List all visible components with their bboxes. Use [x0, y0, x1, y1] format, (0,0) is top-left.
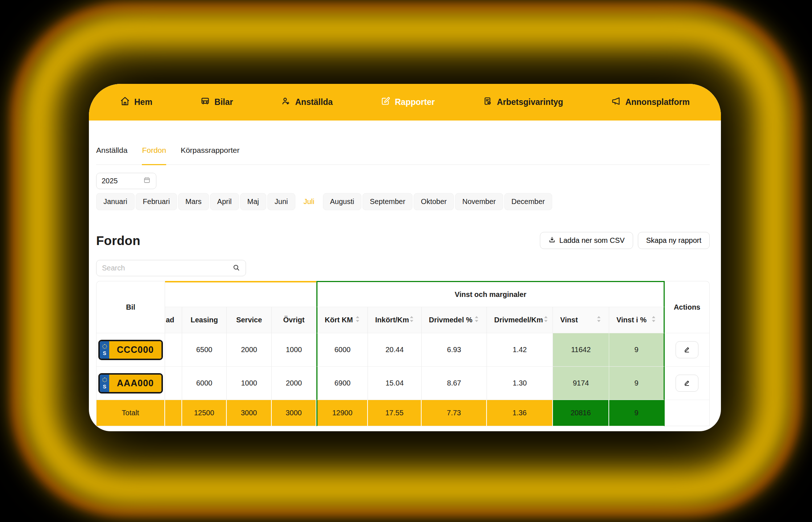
month-tab-november[interactable]: November [455, 193, 503, 210]
cell-vinst: 9174 [553, 367, 609, 400]
total-kort-km: 12900 [316, 400, 368, 426]
sort-icon[interactable] [543, 315, 549, 325]
month-tab-maj[interactable]: Maj [240, 193, 266, 210]
tab-anstallda[interactable]: Anställda [96, 146, 127, 164]
nav-item-arbetsgivarintyg[interactable]: Arbetsgivarintyg [483, 96, 563, 108]
edit-row-button[interactable] [676, 341, 698, 358]
column-label: Inkört/Km [375, 316, 409, 324]
column-header-actions: Actions [665, 281, 710, 333]
month-tab-april[interactable]: April [210, 193, 239, 210]
page-header-row: Fordon Ladda ner som CSV Skapa ny rappor… [96, 232, 710, 249]
top-navbar: Hem Bilar Anställda Rapporter [89, 84, 721, 121]
column-label: Vinst [560, 316, 578, 324]
nav-item-bilar[interactable]: Bilar [200, 96, 233, 108]
sort-icon[interactable] [409, 315, 414, 325]
document-check-icon [483, 96, 492, 108]
column-header-ovrigt: Övrigt [272, 307, 316, 333]
month-tab-september[interactable]: September [362, 193, 413, 210]
cost-group-header [165, 281, 316, 307]
sort-icon[interactable] [355, 315, 360, 325]
plate-blue-band: S [100, 375, 109, 392]
column-header-inkort-km: Inkört/Km [368, 307, 422, 333]
nav-item-label: Hem [134, 97, 152, 107]
tab-fordon[interactable]: Fordon [142, 146, 166, 165]
year-picker[interactable]: 2025 [96, 173, 156, 189]
column-label: Drivmedel/Km [494, 316, 543, 324]
month-tab-oktober[interactable]: Oktober [414, 193, 454, 210]
total-ovrigt: 3000 [272, 400, 316, 426]
tab-korpassrapporter[interactable]: Körpassrapporter [181, 146, 239, 164]
column-header-vinst: Vinst [553, 307, 609, 333]
cell-drivmedel-pct: 6.93 [422, 333, 487, 367]
user-add-icon [281, 96, 291, 108]
edit-square-icon [381, 96, 390, 108]
cell-drivmedel-km: 1.30 [487, 367, 553, 400]
search-input[interactable] [102, 264, 232, 272]
sort-icon[interactable] [474, 315, 479, 325]
cell-kostnad [165, 367, 182, 400]
month-tab-juni[interactable]: Juni [267, 193, 295, 210]
screen-background: Hem Bilar Anställda Rapporter [0, 0, 812, 522]
table-group-header-row: Bil Vinst och marginaler Actions [96, 281, 710, 307]
month-tab-augusti[interactable]: Augusti [323, 193, 362, 210]
cell-inkort-km: 20.44 [368, 333, 422, 367]
total-label-cell: Totalt [96, 400, 165, 426]
month-tab-januari[interactable]: Januari [96, 193, 135, 210]
cell-service: 2000 [227, 333, 272, 367]
month-tab-december[interactable]: December [504, 193, 552, 210]
car-icon [200, 96, 210, 108]
column-header-service: Service [227, 307, 272, 333]
search-icon[interactable] [232, 264, 240, 273]
total-vinst-pct: 9 [609, 400, 665, 426]
nav-item-rapporter[interactable]: Rapporter [381, 96, 435, 108]
license-plate[interactable]: S CCC000 [98, 340, 163, 360]
column-header-drivmedel-pct: Drivmedel % [422, 307, 487, 333]
nav-item-anstallda[interactable]: Anställda [281, 96, 333, 108]
total-inkort-km: 17.55 [368, 400, 422, 426]
vehicle-cell: S CCC000 [96, 333, 165, 367]
eu-stars-icon [102, 344, 107, 349]
total-drivmedel-pct: 7.73 [422, 400, 487, 426]
total-leasing: 12500 [182, 400, 227, 426]
cell-kostnad [165, 333, 182, 367]
app-window: Hem Bilar Anställda Rapporter [89, 84, 721, 431]
table-row: S AAA000 6000 1000 2000 6900 15.04 8.67 … [96, 367, 710, 400]
edit-row-button[interactable] [676, 375, 698, 392]
cell-leasing: 6000 [182, 367, 227, 400]
nav-item-label: Bilar [214, 97, 233, 107]
vehicles-table: Bil Vinst och marginaler Actions ad Leas… [96, 281, 710, 426]
month-tab-mars[interactable]: Mars [178, 193, 209, 210]
table-row: S CCC000 6500 2000 1000 6000 20.44 6.93 … [96, 333, 710, 367]
total-kostnad [165, 400, 182, 426]
plate-number: AAA000 [109, 375, 161, 392]
column-header-kort-km: Kört KM [316, 307, 368, 333]
column-header-drivmedel-km: Drivmedel/Km [487, 307, 553, 333]
month-tab-februari[interactable]: Februari [136, 193, 177, 210]
sort-icon[interactable] [596, 315, 602, 325]
nav-item-label: Rapporter [395, 97, 435, 107]
plate-country-code: S [103, 351, 106, 356]
table-column-header-row: ad Leasing Service Övrigt Kört KM Inkört… [96, 307, 710, 333]
sort-icon[interactable] [651, 315, 656, 325]
plate-number: CCC000 [109, 341, 161, 359]
page-content: Anställda Fordon Körpassrapporter 2025 J… [89, 146, 721, 426]
cell-service: 1000 [227, 367, 272, 400]
cell-actions [665, 333, 710, 367]
nav-item-hem[interactable]: Hem [120, 96, 152, 108]
column-label: Vinst i % [616, 316, 647, 324]
cell-ovrigt: 2000 [272, 367, 316, 400]
cell-drivmedel-pct: 8.67 [422, 367, 487, 400]
month-tab-juli[interactable]: Juli [296, 193, 322, 210]
create-report-button[interactable]: Skapa ny rapport [638, 232, 710, 249]
total-actions-cell [665, 400, 710, 426]
column-label: Drivmedel % [429, 316, 472, 324]
total-vinst: 20816 [553, 400, 609, 426]
license-plate[interactable]: S AAA000 [98, 373, 163, 393]
column-label: Kört KM [325, 316, 353, 324]
cell-drivmedel-km: 1.42 [487, 333, 553, 367]
nav-item-label: Anställda [295, 97, 333, 107]
download-csv-button[interactable]: Ladda ner som CSV [540, 232, 633, 249]
nav-item-annonsplatform[interactable]: Annonsplatform [611, 96, 690, 108]
create-report-label: Skapa ny rapport [646, 236, 701, 245]
pencil-icon [683, 379, 691, 388]
